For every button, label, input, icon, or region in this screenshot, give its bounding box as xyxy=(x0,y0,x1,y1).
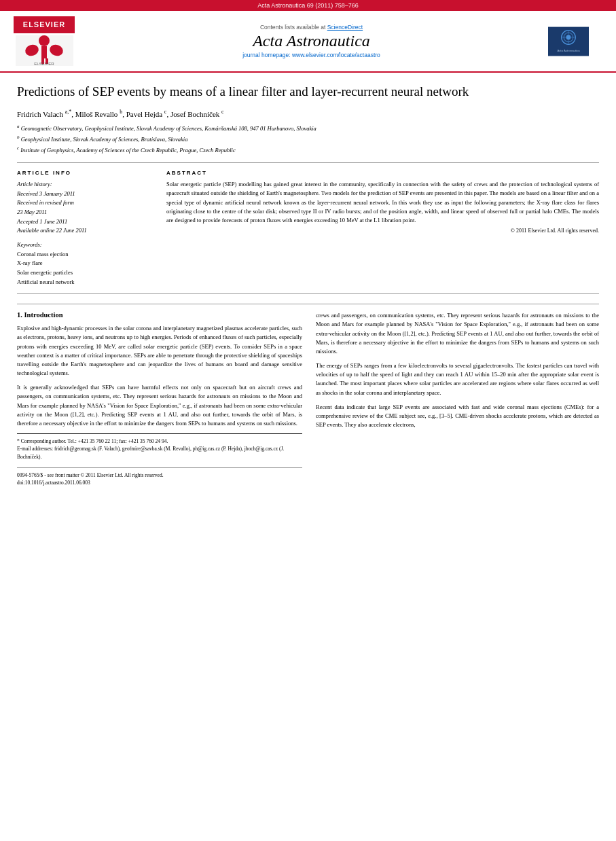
article-history: Article history: Received 3 January 2011… xyxy=(17,180,153,236)
elsevier-logo: ELSEVIER ELSEVIER xyxy=(14,16,75,66)
intro-paragraph-right-1: crews and passengers, on communication s… xyxy=(316,311,599,356)
article-info-col: ARTICLE INFO Article history: Received 3… xyxy=(17,170,153,287)
keywords-list: Coronal mass ejection X-ray flare Solar … xyxy=(17,250,153,287)
footnotes: * Corresponding author. Tel.: +421 35 76… xyxy=(17,433,302,461)
keyword-3: Solar energetic particles xyxy=(17,268,153,278)
available-online-date: Available online 22 June 2011 xyxy=(17,226,153,236)
footnote-bottom: 0094-5765/$ - see front matter © 2011 El… xyxy=(17,467,302,487)
affiliation-b: b Geophysical Institute, Slovak Academy … xyxy=(17,134,599,144)
revised-date: 23 May 2011 xyxy=(17,208,153,217)
divider-2 xyxy=(17,293,599,294)
affiliation-a: a Geomagnetic Observatory, Geophysical I… xyxy=(17,123,599,133)
abstract-label: ABSTRACT xyxy=(166,170,599,176)
contents-available-line: Contents lists available at ScienceDirec… xyxy=(75,24,548,31)
article-title: Predictions of SEP events by means of a … xyxy=(17,83,599,101)
abstract-text: Solar energetic particle (SEP) modelling… xyxy=(166,180,599,225)
abstract-col: ABSTRACT Solar energetic particle (SEP) … xyxy=(166,170,599,287)
footnote-email: E-mail addresses: fridrich@geomag.sk (F.… xyxy=(17,445,302,461)
svg-point-1 xyxy=(39,35,50,46)
journal-name: Acta Astronautica xyxy=(75,32,548,50)
keyword-2: X-ray flare xyxy=(17,259,153,268)
elsevier-tree-icon: ELSEVIER xyxy=(16,35,73,66)
journal-cover-icon: Acta Astronautica xyxy=(548,24,589,58)
intro-paragraph-right-3: Recent data indicate that large SEP even… xyxy=(316,403,599,430)
intro-paragraph-2-partial: It is generally acknowledged that SEPs c… xyxy=(17,383,302,428)
journal-right-logo: Acta Astronautica xyxy=(548,28,602,55)
article-info-abstract: ARTICLE INFO Article history: Received 3… xyxy=(17,170,599,287)
svg-text:ELSEVIER: ELSEVIER xyxy=(34,62,54,66)
intro-paragraph-1: Explosive and high-dynamic processes in … xyxy=(17,324,302,378)
body-left-col: 1. Introduction Explosive and high-dynam… xyxy=(17,311,302,486)
article-info-label: ARTICLE INFO xyxy=(17,170,153,176)
journal-title-center: Contents lists available at ScienceDirec… xyxy=(75,24,548,58)
received-date: Received 3 January 2011 xyxy=(17,190,153,199)
divider-1 xyxy=(17,162,599,163)
footnote-doi: doi:10.1016/j.actaastro.2011.06.003 xyxy=(17,479,302,486)
journal-cover-image: Acta Astronautica xyxy=(548,28,589,55)
journal-citation-text: Acta Astronautica 69 (2011) 758–766 xyxy=(257,2,359,9)
body-area: 1. Introduction Explosive and high-dynam… xyxy=(17,304,599,486)
keywords-label: Keywords: xyxy=(17,241,153,248)
svg-text:Acta Astronautica: Acta Astronautica xyxy=(557,48,580,52)
main-content: Predictions of SEP events by means of a … xyxy=(0,73,616,497)
elsevier-logo-box: ELSEVIER xyxy=(14,16,75,33)
journal-header: ELSEVIER ELSEVIER Contents lists availab… xyxy=(0,11,616,73)
journal-citation-bar: Acta Astronautica 69 (2011) 758–766 xyxy=(0,0,616,11)
copyright-notice: © 2011 Elsevier Ltd. All rights reserved… xyxy=(166,228,599,234)
footnote-issn: 0094-5765/$ - see front matter © 2011 El… xyxy=(17,471,302,479)
accepted-date: Accepted 1 June 2011 xyxy=(17,217,153,227)
received-revised-label: Received in revised form xyxy=(17,198,153,208)
affiliations: a Geomagnetic Observatory, Geophysical I… xyxy=(17,123,599,154)
keyword-1: Coronal mass ejection xyxy=(17,250,153,260)
body-right-col: crews and passengers, on communication s… xyxy=(316,311,599,486)
journal-url: journal homepage: www.elsevier.com/locat… xyxy=(75,52,548,58)
keyword-4: Artificial neural network xyxy=(17,278,153,287)
authors-line: Fridrich Valach a,*, Miloš Revallo b, Pa… xyxy=(17,109,599,118)
affiliation-c: c Institute of Geophysics, Academy of Sc… xyxy=(17,145,599,155)
section-1-heading: 1. Introduction xyxy=(17,311,302,319)
sciencedirect-link[interactable]: ScienceDirect xyxy=(327,24,363,31)
body-two-col: 1. Introduction Explosive and high-dynam… xyxy=(17,311,599,486)
history-label: Article history: xyxy=(17,180,153,190)
footnote-star: * Corresponding author. Tel.: +421 35 76… xyxy=(17,437,302,445)
intro-paragraph-right-2: The energy of SEPs ranges from a few kil… xyxy=(316,361,599,397)
svg-rect-2 xyxy=(41,46,47,58)
keywords-section: Keywords: Coronal mass ejection X-ray fl… xyxy=(17,241,153,287)
